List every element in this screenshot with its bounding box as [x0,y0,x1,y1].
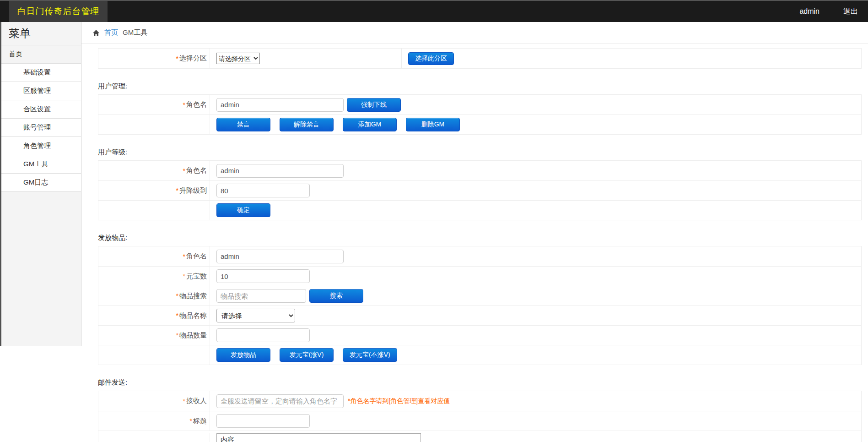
give-items-role-row: * 角色名 [98,246,861,266]
remove-gm-button[interactable]: 删除GM [406,118,460,131]
home-icon [92,29,100,37]
required-mark: * [176,312,178,319]
user-level-target-row: * 升降级到 [98,180,861,200]
role-name-label: * 角色名 [98,246,210,266]
user-mgmt-actions: 禁言 解除禁言 添加GM 删除GM [216,118,460,131]
zone-select-label: * 选择分区 [98,49,210,68]
role-name-label: * 角色名 [98,161,210,180]
required-mark: * [176,292,178,300]
required-mark: * [176,55,178,62]
add-gm-button[interactable]: 添加GM [343,118,397,131]
give-items-actions-row: 发放物品 发元宝(涨V) 发元宝(不涨V) [98,345,861,365]
sidebar-item-server-mgmt[interactable]: 区服管理 [1,82,81,100]
zone-select[interactable]: 请选择分区 [216,53,260,64]
item-search-input[interactable] [216,289,306,303]
sidebar-title: 菜单 [1,22,81,45]
top-bar: 白日门传奇后台管理 admin 退出 [0,0,868,22]
mail-receiver-row: * 接收人 *角色名字请到[角色管理]查看对应值 [98,391,861,411]
give-yuanbao-novip-button[interactable]: 发元宝(不涨V) [343,348,397,362]
user-level-title: 用户等级: [98,147,862,157]
item-name-row: * 物品名称 请选择 [98,306,861,325]
topbar-right: admin 退出 [799,7,868,16]
give-items-role-input[interactable] [216,250,344,263]
required-mark: * [190,417,192,425]
zone-select-row: * 选择分区 请选择分区 选择此分区 [98,49,861,68]
user-mgmt-actions-row: 禁言 解除禁言 添加GM 删除GM [98,115,861,134]
required-mark: * [176,187,178,194]
sidebar-item-basic-settings[interactable]: 基础设置 [1,63,81,82]
mail-send-table: * 接收人 *角色名字请到[角色管理]查看对应值 * 标题 [98,391,862,442]
sidebar-item-merge-settings[interactable]: 合区设置 [1,100,81,118]
required-mark: * [183,167,185,175]
user-mgmt-title: 用户管理: [98,82,862,91]
select-zone-button[interactable]: 选择此分区 [408,52,454,65]
main-content: 首页 GM工具 * 选择分区 请选择分区 选择此分区 [81,22,868,442]
item-qty-input[interactable] [216,328,310,342]
yuanbao-label: * 元宝数 [98,267,210,286]
mail-subject-row: * 标题 [98,411,861,431]
user-level-role-input[interactable] [216,164,344,178]
user-level-confirm-row: 确定 [98,200,861,220]
gm-tools-form: * 选择分区 请选择分区 选择此分区 用户管理: [81,44,868,442]
item-qty-label: * 物品数量 [98,326,210,345]
give-items-title: 发放物品: [98,233,862,242]
item-name-label: * 物品名称 [98,306,210,325]
zone-select-table: * 选择分区 请选择分区 选择此分区 [98,48,862,69]
required-mark: * [183,398,185,405]
mail-content-textarea[interactable]: 内容 [216,433,421,442]
mail-receiver-label: * 接收人 [98,391,210,411]
sidebar-item-role-mgmt[interactable]: 角色管理 [1,136,81,155]
breadcrumb-current: GM工具 [123,28,147,37]
item-search-row: * 物品搜索 搜索 [98,286,861,306]
sidebar-item-account-mgmt[interactable]: 账号管理 [1,118,81,136]
unmute-button[interactable]: 解除禁言 [280,118,334,131]
give-yuanbao-vip-button[interactable]: 发元宝(涨V) [280,348,334,362]
mail-receiver-hint: *角色名字请到[角色管理]查看对应值 [348,397,450,405]
current-user[interactable]: admin [799,7,819,16]
sidebar: 菜单 首页 基础设置 区服管理 合区设置 账号管理 角色管理 GM工具 GM日志 [0,22,81,346]
item-search-button[interactable]: 搜索 [309,289,363,303]
breadcrumb-home-link[interactable]: 首页 [104,28,118,37]
yuanbao-count-input[interactable] [216,269,310,283]
sidebar-item-gm-tools[interactable]: GM工具 [1,155,81,173]
app-title-text: 白日门传奇后台管理 [17,5,100,17]
zone-select-cell: 请选择分区 [210,49,402,68]
mail-subject-input[interactable] [216,414,310,428]
mute-button[interactable]: 禁言 [216,118,270,131]
give-items-table: * 角色名 * 元宝数 [98,246,862,365]
required-mark: * [176,332,178,339]
yuanbao-row: * 元宝数 [98,266,861,286]
sidebar-item-gm-logs[interactable]: GM日志 [1,173,81,191]
level-target-label: * 升降级到 [98,181,210,200]
item-search-label: * 物品搜索 [98,286,210,306]
role-name-label: * 角色名 [98,95,210,115]
level-target-input[interactable] [216,184,310,197]
required-mark: * [183,253,185,260]
mail-content-row: 内容 [98,431,861,442]
user-level-role-row: * 角色名 [98,161,861,180]
give-item-button[interactable]: 发放物品 [216,348,270,362]
menu-divider [1,191,81,192]
give-items-actions: 发放物品 发元宝(涨V) 发元宝(不涨V) [216,348,397,362]
force-offline-button[interactable]: 强制下线 [347,98,401,112]
user-mgmt-role-row: * 角色名 强制下线 [98,95,861,115]
logout-link[interactable]: 退出 [843,7,858,16]
mail-subject-label: * 标题 [98,411,210,431]
mail-send-title: 邮件发送: [98,378,862,387]
user-mgmt-table: * 角色名 强制下线 禁言 解除禁言 添加GM [98,94,862,135]
item-qty-row: * 物品数量 [98,325,861,345]
level-confirm-button[interactable]: 确定 [216,203,270,217]
sidebar-item-home[interactable]: 首页 [1,45,81,63]
required-mark: * [183,273,185,280]
user-mgmt-role-input[interactable] [216,98,344,112]
breadcrumb: 首页 GM工具 [81,22,868,44]
required-mark: * [183,101,185,109]
app-title: 白日门传奇后台管理 [9,1,108,22]
mail-receiver-input[interactable] [216,394,344,408]
item-name-select[interactable]: 请选择 [216,309,295,322]
sidebar-menu: 首页 基础设置 区服管理 合区设置 账号管理 角色管理 GM工具 GM日志 [1,45,81,192]
user-level-table: * 角色名 * 升降级到 [98,160,862,220]
zone-confirm-cell: 选择此分区 [402,52,861,65]
